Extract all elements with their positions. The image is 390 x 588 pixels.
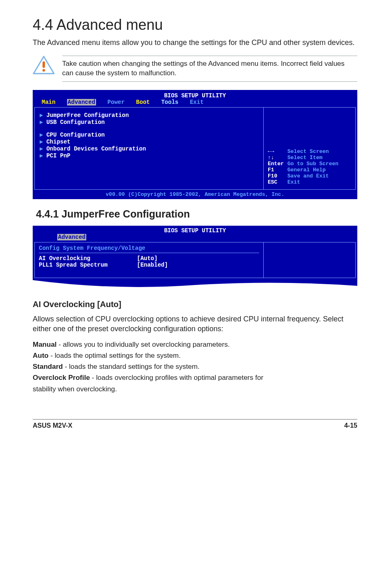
help-label: Exit (287, 179, 300, 185)
bios-tab-main: Main (42, 99, 56, 105)
bios-tab-exit: Exit (190, 99, 204, 105)
help-key: F10 (268, 173, 287, 179)
submenu-arrow-icon: ▶ (40, 153, 43, 159)
submenu-arrow-icon: ▶ (40, 139, 43, 145)
bios-tab-advanced: Advanced (57, 234, 86, 240)
bios-title: BIOS SETUP UTILITY (33, 90, 357, 99)
footer-divider (33, 419, 357, 420)
help-label: Go to Sub Screen (287, 161, 338, 167)
ai-overclocking-desc: Allows selection of CPU overclocking opt… (33, 314, 357, 334)
footer-page-number: 4-15 (344, 422, 357, 429)
bios-tab-bar: Main Advanced Power Boot Tools Exit (33, 99, 357, 107)
help-key: ↑↓ (268, 155, 287, 161)
option-standard: Standard - loads the standard settings f… (33, 361, 357, 372)
bios-tab-advanced: Advanced (67, 99, 96, 105)
svg-point-2 (43, 69, 45, 72)
help-key: ESC (268, 179, 287, 185)
bios-left-pane: ▶JumperFree Configuration ▶USB Configura… (35, 108, 263, 189)
bios-item: Chipset (46, 139, 70, 145)
caution-icon (33, 56, 55, 75)
section-4-4-1-title: 4.4.1 JumperFree Configuration (36, 208, 357, 220)
bios-item: CPU Configuration (46, 132, 105, 138)
svg-rect-1 (43, 61, 45, 68)
option-manual: Manual - allows you to individually set … (33, 339, 357, 350)
bios-left-pane: Config System Frequency/Voltage AI Overc… (35, 242, 263, 278)
page-title: 4.4 Advanced menu (33, 16, 357, 34)
bios-title: BIOS SETUP UTILITY (33, 226, 357, 234)
caution-callout: Take caution when changing the settings … (33, 56, 357, 82)
bios-option-label: PLL1 Spread Spectrum (39, 262, 137, 268)
bios-item: Onboard Devices Configuration (46, 146, 146, 152)
submenu-arrow-icon: ▶ (40, 146, 43, 152)
bios-option-value: [Auto] (137, 255, 157, 262)
bios-screenshot-jumperfree: BIOS SETUP UTILITY Advanced Config Syste… (33, 226, 357, 290)
help-key: F1 (268, 167, 287, 173)
bios-subheader: Config System Frequency/Voltage (39, 245, 259, 253)
ai-overclocking-heading: AI Overclocking [Auto] (33, 300, 357, 309)
option-auto: Auto - loads the optimal settings for th… (33, 350, 357, 361)
option-overclock-profile-cont: stability when overclocking. (33, 384, 357, 395)
intro-paragraph: The Advanced menu items allow you to cha… (33, 38, 357, 47)
bios-option-label: AI Overclocking (39, 255, 137, 262)
bios-tab-boot: Boot (136, 99, 150, 105)
help-label: Select Screen (287, 148, 329, 155)
submenu-arrow-icon: ▶ (40, 119, 43, 126)
help-key: Enter (268, 161, 287, 167)
help-label: Save and Exit (287, 173, 329, 179)
submenu-arrow-icon: ▶ (40, 112, 43, 119)
bios-item: JumperFree Configuration (46, 112, 129, 119)
caution-text: Take caution when changing the settings … (62, 56, 357, 82)
help-label: Select Item (287, 155, 323, 161)
footer-product: ASUS M2V-X (33, 422, 72, 429)
bios-screenshot-advanced-menu: BIOS SETUP UTILITY Main Advanced Power B… (33, 90, 357, 199)
help-label: General Help (287, 167, 326, 173)
bios-tab-power: Power (108, 99, 125, 105)
bios-item: PCI PnP (46, 153, 70, 159)
torn-edge-decoration (33, 278, 357, 290)
bios-item: USB Configuration (46, 119, 105, 126)
bios-help-pane (263, 242, 355, 278)
bios-footer: v00.00 (C)Copyright 1985-2002, American … (33, 190, 357, 199)
bios-help-pane: ←→Select Screen ↑↓Select Item EnterGo to… (263, 108, 355, 189)
help-key: ←→ (268, 148, 287, 155)
option-overclock-profile: Overclock Profile - loads overclocking p… (33, 372, 357, 383)
bios-tab-tools: Tools (161, 99, 178, 105)
submenu-arrow-icon: ▶ (40, 132, 43, 138)
bios-option-value: [Enabled] (137, 262, 168, 268)
